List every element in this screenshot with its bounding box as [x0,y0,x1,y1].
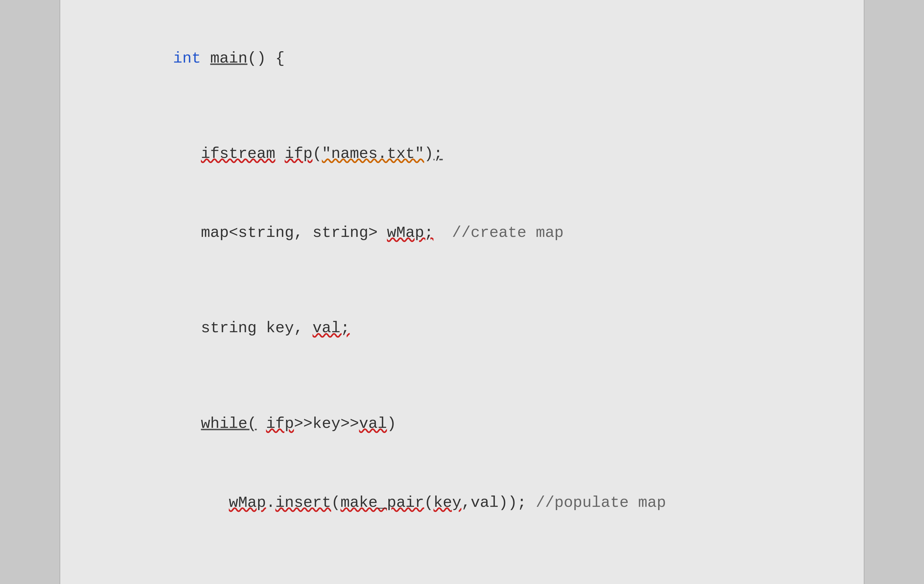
comment-create-map: //create map [452,224,564,242]
key2-underline: key [433,494,461,511]
keyword-int: int [173,50,201,67]
comment-populate: //populate map [536,494,666,511]
line-main: int main() { [108,19,840,98]
line-map: map<string, string> wMap; //create map [108,194,840,273]
line-string-decl: string key, val; [108,289,840,368]
line-cout-size: cout̂ << "wMap.size()=" << wMap.size() <… [108,559,840,584]
wmap2-underline: wMap [229,494,266,511]
code-container: #include <iostream> #include <fstream> #… [59,0,865,584]
blank2 [108,3,840,19]
blank6 [108,543,840,559]
line-ifstream: ifstream ifp("names.txt"); [108,115,840,194]
ifp-underline: ifp [285,145,313,163]
main-underline: main [210,50,248,67]
line-insert: wMap.insert(make_pair(key,val)); //popul… [108,464,840,542]
val2-underline: val [359,415,387,433]
blank4 [108,273,840,289]
while-underline: while( [201,415,257,433]
line-while: while( ifp>>key>>val) [108,384,840,464]
line-using: using namespace std; [108,0,840,3]
code-block: #include <iostream> #include <fstream> #… [108,0,840,584]
val-underline: val; [313,319,350,337]
ifp2-underline: ifp [266,415,294,433]
blank3 [108,98,840,115]
ifstream-underline: ifstream [201,145,276,163]
string-names: "names.txt" [322,145,424,163]
wmap-underline: wMap; [387,224,433,242]
makepair-underline: make_pair [340,494,424,511]
blank5 [108,368,840,384]
insert-underline: insert [276,494,331,511]
